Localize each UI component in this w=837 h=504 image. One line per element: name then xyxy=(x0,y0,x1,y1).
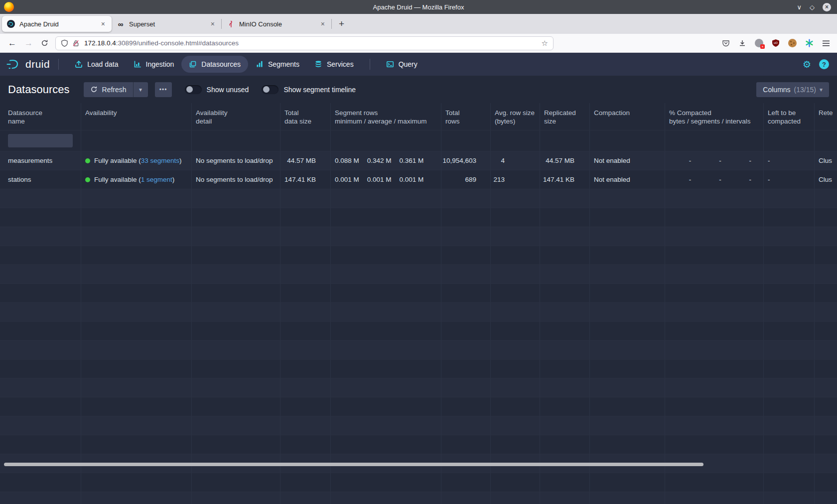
ublock-origin-icon[interactable]: uO xyxy=(772,39,780,47)
table-cell-empty xyxy=(441,265,491,283)
insecure-lock-icon[interactable] xyxy=(72,39,80,47)
cell-left-to-be-compacted: - xyxy=(764,170,815,189)
table-cell-empty xyxy=(491,360,540,378)
window-maximize-icon[interactable]: ◇ xyxy=(810,4,815,10)
nav-item-ingestion[interactable]: Ingestion xyxy=(126,56,182,73)
columns-picker-button[interactable]: Columns (13/15) ▾ xyxy=(756,82,829,97)
tab-close-icon[interactable]: × xyxy=(100,20,107,28)
help-icon[interactable]: ? xyxy=(819,59,829,69)
table-row-empty xyxy=(0,492,837,504)
nav-item-datasources[interactable]: Datasources xyxy=(181,56,248,73)
table-cell-empty xyxy=(815,492,837,504)
table-cell-empty xyxy=(441,378,491,397)
segments-link[interactable]: 1 segment xyxy=(141,176,172,183)
nav-item-services[interactable]: Services xyxy=(307,56,361,73)
tab-apache-druid[interactable]: Apache Druid × xyxy=(2,16,112,32)
tracking-shield-icon[interactable] xyxy=(61,39,68,47)
table-header-row: Datasourcename Availability Availability… xyxy=(0,103,837,130)
refresh-button[interactable]: Refresh xyxy=(84,82,133,97)
tab-superset[interactable]: ∞ Superset × xyxy=(112,16,221,32)
downloads-icon[interactable] xyxy=(738,39,746,47)
horizontal-scrollbar[interactable] xyxy=(4,463,703,466)
browser-tabstrip: Apache Druid × ∞ Superset × MinIO Consol… xyxy=(0,14,837,34)
show-segment-timeline-toggle[interactable] xyxy=(262,85,279,94)
table-cell-empty xyxy=(192,303,280,321)
table-cell-empty xyxy=(0,322,81,340)
column-header-total-data-size[interactable]: Totaldata size xyxy=(280,103,331,130)
show-unused-toggle[interactable] xyxy=(185,85,202,94)
nav-item-query[interactable]: Query xyxy=(379,56,425,73)
back-button[interactable]: ← xyxy=(8,38,16,48)
url-host: 172.18.0.4 xyxy=(84,39,116,47)
table-cell-empty xyxy=(815,397,837,416)
extension-icon[interactable]: × xyxy=(755,39,763,47)
asterisk-extension-icon[interactable] xyxy=(805,39,814,47)
cookie-icon[interactable] xyxy=(788,39,797,47)
segments-link[interactable]: 33 segments xyxy=(141,157,179,164)
table-cell-empty xyxy=(665,322,764,340)
table-filter-row xyxy=(0,130,837,151)
chevron-down-icon: ▾ xyxy=(820,86,823,93)
window-minimize-icon[interactable]: ∨ xyxy=(797,4,802,10)
url-path: :30899/unified-console.html#datasources xyxy=(116,39,239,47)
table-cell-empty xyxy=(0,284,81,302)
cell-datasource-name: stations xyxy=(0,170,81,189)
refresh-options-button[interactable]: ▾ xyxy=(133,82,148,97)
column-header-pct-compacted[interactable]: % Compactedbytes / segments / intervals xyxy=(665,103,764,130)
column-header-compaction[interactable]: Compaction xyxy=(590,103,665,130)
table-row-stations[interactable]: stations Fully available (1 segment) No … xyxy=(0,170,837,189)
table-cell-empty xyxy=(540,378,590,397)
column-header-total-rows[interactable]: Totalrows xyxy=(441,103,491,130)
url-text[interactable]: 172.18.0.4:30899/unified-console.html#da… xyxy=(84,39,542,47)
table-cell-empty xyxy=(192,341,280,359)
refresh-icon xyxy=(90,86,98,93)
bookmark-star-icon[interactable]: ☆ xyxy=(542,39,548,48)
tab-close-icon[interactable]: × xyxy=(319,20,326,28)
column-header-replicated-size[interactable]: Replicatedsize xyxy=(540,103,590,130)
availability-text: Fully available ( xyxy=(94,157,141,164)
url-bar[interactable]: 172.18.0.4:30899/unified-console.html#da… xyxy=(55,36,554,50)
tab-minio-console[interactable]: MinIO Console × xyxy=(222,16,331,32)
nav-item-load-data[interactable]: Load data xyxy=(67,56,126,73)
table-cell-empty xyxy=(280,265,331,283)
forward-button[interactable]: → xyxy=(24,38,33,48)
table-cell-empty xyxy=(331,378,441,397)
table-cell-empty xyxy=(665,341,764,359)
table-cell-empty xyxy=(81,303,192,321)
new-tab-button[interactable]: + xyxy=(339,18,344,29)
table-cell-empty xyxy=(331,397,441,416)
table-cell-empty xyxy=(192,416,280,435)
svg-text:uO: uO xyxy=(774,41,778,44)
table-cell-empty xyxy=(665,378,764,397)
pocket-icon[interactable] xyxy=(722,39,730,47)
datasource-name-filter-input[interactable] xyxy=(8,134,73,147)
column-header-left-to-be-compacted[interactable]: Left to becompacted xyxy=(764,103,815,130)
page-title: Datasources xyxy=(8,83,70,96)
column-header-availability[interactable]: Availability xyxy=(81,103,192,130)
table-cell-empty xyxy=(590,227,665,246)
table-cell-empty xyxy=(0,378,81,397)
hamburger-menu-icon[interactable] xyxy=(822,40,830,47)
settings-gear-icon[interactable]: ⚙ xyxy=(803,60,811,69)
column-header-availability-detail[interactable]: Availabilitydetail xyxy=(192,103,280,130)
nav-item-label: Ingestion xyxy=(146,60,174,68)
table-row-measurements[interactable]: measurements Fully available (33 segment… xyxy=(0,151,837,170)
cell-segment-rows: 0.001 M 0.001 M 0.001 M xyxy=(331,170,441,189)
nav-item-segments[interactable]: Segments xyxy=(248,56,307,73)
column-header-segment-rows[interactable]: Segment rowsminimum / average / maximum xyxy=(331,103,441,130)
table-cell-empty xyxy=(815,303,837,321)
druid-brand[interactable]: druid xyxy=(6,58,50,71)
more-actions-button[interactable]: ••• xyxy=(155,82,172,97)
table-cell-empty xyxy=(441,435,491,454)
column-header-retention[interactable]: Rete xyxy=(815,103,837,130)
table-cell-empty xyxy=(540,435,590,454)
reload-button[interactable] xyxy=(41,39,48,47)
window-close-icon[interactable]: × xyxy=(823,3,831,11)
column-header-avg-row-size[interactable]: Avg. row size(bytes) xyxy=(491,103,540,130)
tab-close-icon[interactable]: × xyxy=(209,20,216,28)
refresh-button-label: Refresh xyxy=(102,86,127,94)
table-cell-empty xyxy=(815,360,837,378)
column-header-datasource-name[interactable]: Datasourcename xyxy=(0,103,81,130)
table-cell-empty xyxy=(331,492,441,504)
table-cell-empty xyxy=(540,492,590,504)
